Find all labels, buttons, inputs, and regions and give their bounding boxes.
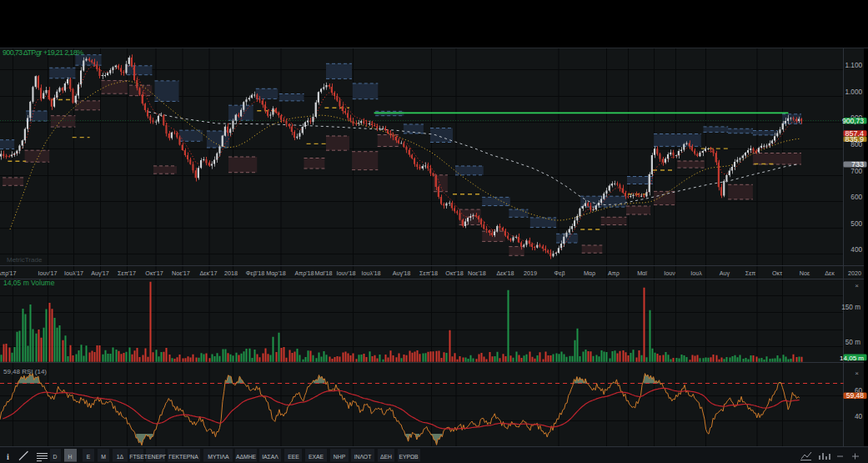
svg-text:Απρ'17: Απρ'17 [0,269,17,277]
svg-text:M: M [101,454,106,460]
svg-text:ΝΗΡ: ΝΗΡ [334,454,346,460]
svg-text:Αυγ'17: Αυγ'17 [91,269,109,277]
svg-text:MetricTrade: MetricTrade [7,256,43,264]
svg-text:ΔΕΗ: ΔΕΗ [380,454,392,460]
svg-text:Αυγ'18: Αυγ'18 [393,269,411,277]
svg-text:Ιουν: Ιουν [664,269,675,277]
svg-text:500: 500 [850,220,862,228]
svg-text:733: 733 [851,160,864,169]
svg-text:Σεπ'17: Σεπ'17 [118,269,136,277]
svg-text:700: 700 [850,168,862,175]
svg-text:59,48 RSI (14): 59,48 RSI (14) [3,368,47,375]
svg-text:900,73: 900,73 [842,117,864,125]
svg-text:ΙΑΣΑΛ: ΙΑΣΑΛ [262,454,278,460]
svg-text:900,73 ΔΤΡ.gr +19,21 2,18%: 900,73 ΔΤΡ.gr +19,21 2,18% [3,48,83,57]
svg-text:59,48: 59,48 [846,391,865,400]
svg-text:Δεκ'17: Δεκ'17 [200,269,218,277]
svg-text:ΤΕΝΕΡΓ: ΤΕΝΕΡΓ [144,454,167,460]
svg-text:D: D [53,454,58,460]
svg-text:50 m: 50 m [845,339,860,346]
svg-text:E: E [87,454,91,460]
svg-text:Φεβ'18: Φεβ'18 [246,269,264,277]
svg-text:2018: 2018 [224,269,238,277]
svg-text:FTSE: FTSE [129,454,144,460]
svg-text:H: H [68,454,73,460]
svg-text:150 m: 150 m [841,304,860,311]
svg-text:×: × [855,370,859,377]
svg-text:14,05 m Volume: 14,05 m Volume [3,279,55,287]
svg-text:Φεβ: Φεβ [554,269,564,277]
svg-text:Νοε'17: Νοε'17 [172,269,190,277]
svg-text:2020: 2020 [848,269,861,277]
svg-text:835,9: 835,9 [845,135,864,143]
svg-text:Αυγ: Αυγ [720,269,730,277]
svg-text:ΕΕΕ: ΕΕΕ [288,454,299,460]
svg-text:Σεπ'18: Σεπ'18 [419,269,438,277]
svg-text:600: 600 [850,194,862,201]
svg-text:1.000: 1.000 [845,88,863,96]
svg-text:400: 400 [850,246,862,254]
svg-text:ΕΥΡΩΒ: ΕΥΡΩΒ [399,454,419,460]
svg-text:Δεκ'18: Δεκ'18 [497,269,514,277]
svg-text:Απρ: Απρ [608,269,620,277]
svg-text:1.100: 1.100 [845,62,863,69]
svg-text:ΑΔΜΗΕ: ΑΔΜΗΕ [236,454,257,460]
svg-text:ΙΝΛΟΤ: ΙΝΛΟΤ [354,454,372,460]
svg-text:14,05 m: 14,05 m [840,355,864,362]
svg-text:×: × [855,282,859,289]
svg-text:Δεκ: Δεκ [825,269,835,277]
svg-text:i: i [7,452,9,461]
svg-text:Νοε'18: Νοε'18 [468,269,486,277]
svg-text:Ιουλ'18: Ιουλ'18 [362,269,381,277]
svg-text:Μαϊ: Μαϊ [637,269,647,277]
svg-text:Σεπ: Σεπ [745,269,756,277]
svg-text:Ιουν'18: Ιουν'18 [337,269,356,277]
svg-text:ΜΥΤΙΛΑ: ΜΥΤΙΛΑ [208,454,229,460]
svg-text:Οκτ: Οκτ [772,269,782,277]
svg-text:2019: 2019 [524,269,537,277]
svg-text:ΕΧΑΕ: ΕΧΑΕ [309,454,324,460]
svg-text:Ιουν'17: Ιουν'17 [38,269,58,277]
svg-text:1Δ: 1Δ [117,454,124,460]
svg-text:Απρ'18: Απρ'18 [294,269,314,277]
svg-text:Ιουλ: Ιουλ [690,269,702,277]
svg-text:Μαρ'18: Μαρ'18 [266,269,286,277]
svg-text:Οκτ'18: Οκτ'18 [445,269,463,277]
svg-text:Μαρ: Μαρ [584,269,595,277]
svg-text:Οκτ'17: Οκτ'17 [145,269,163,277]
svg-text:Μαϊ'18: Μαϊ'18 [314,269,332,277]
svg-text:40: 40 [855,413,863,420]
svg-text:ΓΕΚΤΕΡΝΑ: ΓΕΚΤΕΡΝΑ [168,454,198,460]
svg-text:Νοε: Νοε [800,269,810,277]
svg-text:Ιουλ'17: Ιουλ'17 [64,269,83,277]
